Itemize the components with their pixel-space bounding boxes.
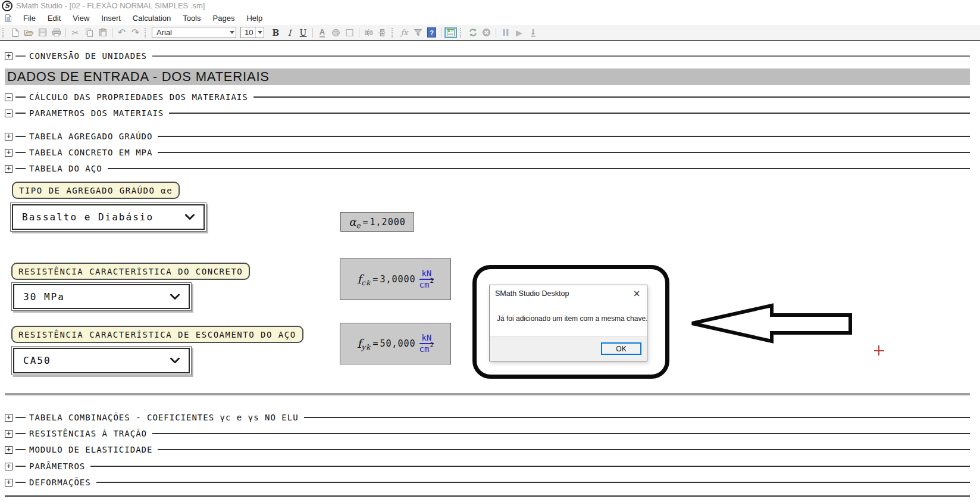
section-toggle[interactable]: + [5,133,12,141]
toolbar-separator [112,28,112,38]
toolbar-grip [145,28,148,38]
section-row: + TABELA COMBINAÇÕES - COEFICIENTES γc e… [5,413,970,422]
menu-pages[interactable]: Pages [207,12,241,24]
close-icon[interactable]: × [627,285,647,301]
section-toggle[interactable]: + [5,463,12,470]
section-line [108,168,970,169]
menu-tools[interactable]: Tools [177,12,206,24]
title-bar: S SMath Studio - [02 - FLEXÃO NORMAL SIM… [0,0,980,11]
undo-button[interactable]: ↶ [115,26,129,39]
copy-button[interactable] [82,26,96,39]
redo-button[interactable]: ↷ [129,26,142,39]
font-color-button[interactable]: A [315,26,329,39]
fyk-value: 50,000 [380,338,415,349]
section-toggle[interactable]: + [5,479,12,487]
italic-button[interactable]: I [283,26,296,39]
ok-button[interactable]: OK [601,342,641,355]
print-button[interactable] [49,26,63,39]
menu-view[interactable]: View [67,12,95,24]
underline-button[interactable]: U [296,26,310,39]
chevron-down-icon [255,27,264,38]
filter-button[interactable] [411,26,425,39]
section-row: − CÁLCULO DAS PROPRIEDADES DOS MATERAIAI… [5,92,970,102]
font-name-value: Arial [156,28,172,37]
section-toggle[interactable]: + [5,149,12,157]
section-toggle[interactable]: + [5,446,12,454]
alpha-e-result-region[interactable]: α e = 1,2000 [340,212,414,232]
background-color-button[interactable] [329,26,343,39]
steel-label: RESISTÊNCIA CARACTERÍSTICA DE ESCOAMENTO… [11,326,303,343]
section-dash [15,466,26,467]
menu-file[interactable]: File [17,12,42,24]
section-label: TABELA CONCRETO EM MPA [29,148,152,157]
font-name-select[interactable]: Arial [152,27,236,38]
menu-bar: File Edit View Insert Calculation Tools … [0,11,980,25]
menu-calculation[interactable]: Calculation [127,12,177,24]
fyk-subscript: yk [361,343,371,351]
section-dash [15,113,26,114]
aggregate-dropdown[interactable]: Bassalto e Diabásio [10,202,206,232]
cut-button[interactable]: ✂ [68,26,82,39]
unit-denominator: cm [419,280,430,289]
section-label: PARAMETROS DOS MATERIAIS [29,108,164,118]
alpha-variable: α [349,216,356,228]
section-line [158,152,970,153]
section-dash [15,168,26,169]
side-panel-toggle-button[interactable] [444,26,458,39]
menu-edit[interactable]: Edit [42,12,67,24]
section-label: TABELA DO AÇO [29,164,102,173]
section-toggle[interactable]: + [5,165,12,173]
section-toggle[interactable]: − [5,93,12,101]
step-button[interactable] [526,26,540,39]
section-line [158,449,970,450]
toolbar: ✂ ↶ ↷ Arial 10 B I U A □ [0,25,980,41]
font-size-select[interactable]: 10 [240,27,264,38]
section-dash [15,55,26,57]
paste-button[interactable] [96,26,109,39]
menu-help[interactable]: Help [240,12,268,24]
section-toggle[interactable]: + [5,414,12,422]
steel-dropdown[interactable]: CA50 [11,346,192,375]
aggregate-label: TIPO DE AGREGADO GRAÚDO αe [12,182,180,199]
smath-alert-dialog: SMath Studio Desktop × Já foi adicionado… [489,285,647,361]
new-file-button[interactable] [8,26,22,39]
align-vertical-button[interactable] [375,26,389,39]
section-row: + TABELA CONCRETO EM MPA [5,148,970,157]
pause-button[interactable] [499,26,512,39]
reference-book-button[interactable]: ? [425,26,439,39]
open-file-button[interactable] [22,26,36,39]
section-row: + TABELA DO AÇO [5,164,970,173]
section-toggle[interactable]: + [5,430,12,438]
chevron-down-icon [170,294,180,300]
menu-insert[interactable]: Insert [95,12,127,24]
equals-sign: = [372,338,378,349]
annotation-arrow-icon [687,301,855,346]
section-toggle[interactable]: + [5,52,12,60]
section-dash [15,96,26,98]
section-dash [15,417,26,418]
stop-button[interactable] [480,26,493,39]
recalculate-button[interactable] [466,26,480,39]
bold-button[interactable]: B [269,26,283,39]
section-toggle[interactable]: − [5,110,12,117]
section-label: MODULO DE ELASTICIDADE [29,445,152,454]
page-bottom-line [5,495,970,497]
border-button[interactable]: □ [343,26,356,39]
toolbar-grip [392,28,394,38]
unit-exponent: 2 [430,277,434,285]
section-line [158,136,970,137]
fck-result-region[interactable]: f ck = 3,0000 kN cm 2 [340,258,451,300]
section-row: + MODULO DE ELASTICIDADE [5,445,970,454]
play-button[interactable]: ▶ [512,26,526,39]
toolbar-separator [65,28,66,38]
section-row: + RESISTÊNCIAS À TRAÇÃO [5,429,970,438]
section-label: CONVERSÃO DE UNIDADES [29,51,147,61]
fyk-variable: f [357,336,361,351]
insert-function-button[interactable]: ƒx [397,26,411,39]
save-button[interactable] [36,26,49,39]
unit-exponent: 2 [430,342,434,349]
fyk-result-region[interactable]: f yk = 50,000 kN cm 2 [340,323,451,364]
aggregate-dropdown-value: Bassalto e Diabásio [22,211,154,223]
align-horizontal-button[interactable] [362,26,375,39]
concrete-dropdown[interactable]: 30 MPa [11,282,192,311]
